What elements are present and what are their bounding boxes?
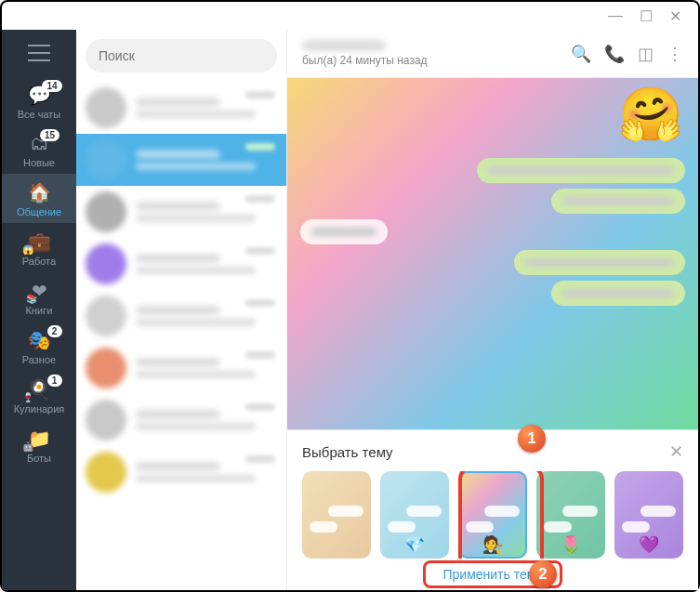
folder-label: Разное <box>22 354 56 365</box>
folder-label: Книги <box>26 305 53 316</box>
theme-card[interactable]: 🧑‍⚖️ <box>458 471 527 559</box>
folder-icon: 🏠 <box>28 181 51 204</box>
annotation-marker-2: 2 <box>529 560 557 588</box>
folder-icon: 🗂15 <box>30 133 48 154</box>
avatar <box>86 139 126 180</box>
theme-card[interactable]: 💜 <box>614 471 683 559</box>
theme-preview-bubble <box>406 506 442 517</box>
theme-preview-bubble <box>641 506 676 517</box>
theme-emoji: 💎 <box>404 534 425 555</box>
chat-list-item[interactable] <box>76 394 286 446</box>
close-icon[interactable]: ✕ <box>669 441 683 462</box>
maximize-button[interactable]: ☐ <box>640 7 653 25</box>
message-out[interactable] <box>551 189 685 214</box>
chat-list-panel <box>76 30 287 590</box>
sidebar-folder[interactable]: 💬14Все чаты <box>2 76 76 125</box>
sidebar-toggle-icon[interactable]: ◫ <box>638 44 654 64</box>
theme-preview-bubble <box>388 521 416 533</box>
folder-label: Все чаты <box>18 109 61 120</box>
theme-emoji: 💜 <box>639 534 659 555</box>
message-out[interactable] <box>551 281 685 306</box>
folder-icon: 🎭2 <box>28 329 51 351</box>
theme-preview-bubble <box>544 521 572 533</box>
theme-emoji: 🌷 <box>561 534 581 555</box>
call-icon[interactable]: 📞 <box>604 44 625 64</box>
search-icon[interactable]: 🔍 <box>571 44 591 64</box>
avatar <box>86 296 126 336</box>
chat-list-item[interactable] <box>76 134 286 186</box>
folder-label: Общение <box>17 206 61 217</box>
avatar <box>86 348 126 388</box>
sidebar-folder[interactable]: ❤📚Книги <box>2 272 76 322</box>
close-button[interactable]: ✕ <box>669 7 681 25</box>
theme-preview-bubble <box>562 506 598 517</box>
avatar <box>86 87 126 128</box>
theme-card[interactable] <box>302 471 371 559</box>
theme-preview-bubble <box>310 521 337 533</box>
folder-icon: 🍳1🍷 <box>28 378 51 401</box>
sidebar-folder[interactable]: 📁🤖Боты <box>2 420 76 469</box>
avatar <box>86 400 126 441</box>
folder-label: Новые <box>23 157 55 168</box>
chat-background: 🤗 <box>287 78 698 429</box>
chat-view: был(а) 24 минуты назад 🔍 📞 ◫ ⋮ 🤗 Выбрать… <box>287 30 698 590</box>
chat-list-item[interactable] <box>76 342 286 394</box>
folder-icon: ❤📚 <box>32 280 47 302</box>
theme-preview-bubble <box>484 506 520 517</box>
message-out[interactable] <box>514 250 685 275</box>
folder-icon: 💼😱 <box>28 230 51 253</box>
sidebar-folder[interactable]: 💼😱Работа <box>2 223 76 272</box>
theme-preview-bubble <box>466 521 494 533</box>
chat-header: был(а) 24 минуты назад 🔍 📞 ◫ ⋮ <box>287 30 698 78</box>
sidebar-folder[interactable]: 🏠Общение <box>2 174 76 223</box>
chat-list-item[interactable] <box>76 446 286 498</box>
folder-label: Боты <box>27 453 51 464</box>
avatar <box>86 191 126 232</box>
sidebar-folder[interactable]: 🗂15Новые <box>2 125 76 174</box>
search-input[interactable] <box>86 39 277 72</box>
folder-label: Работа <box>22 256 56 267</box>
theme-preview-bubble <box>328 506 363 517</box>
avatar <box>86 243 126 284</box>
chat-list-item[interactable] <box>76 238 286 290</box>
theme-emoji: 🧑‍⚖️ <box>482 534 503 555</box>
minimize-button[interactable]: — <box>608 7 623 24</box>
annotation-marker-1: 1 <box>518 425 546 453</box>
menu-burger-icon[interactable] <box>28 45 50 61</box>
window-titlebar: — ☐ ✕ <box>2 2 698 30</box>
avatar <box>86 452 126 493</box>
more-icon[interactable]: ⋮ <box>667 44 683 64</box>
message-in[interactable] <box>300 219 388 244</box>
message-out[interactable] <box>477 158 685 183</box>
chat-list-item[interactable] <box>76 186 286 238</box>
chat-peer-status: был(а) 24 минуты назад <box>302 54 558 67</box>
sidebar-folder[interactable]: 🎭2Разное <box>2 322 76 371</box>
apply-theme-button[interactable]: Применить тему <box>442 567 542 582</box>
chat-peer-name <box>302 40 386 51</box>
folder-icon: 💬14 <box>28 84 51 106</box>
chat-list-item[interactable] <box>76 290 286 342</box>
chat-list-item[interactable] <box>76 82 286 134</box>
theme-chooser-panel: Выбрать тему ✕ 💎🧑‍⚖️🌷💜 Применить тему 1 … <box>287 429 698 590</box>
theme-chooser-title: Выбрать тему <box>302 444 393 460</box>
theme-card[interactable]: 💎 <box>380 471 449 559</box>
theme-card[interactable]: 🌷 <box>536 471 605 559</box>
sidebar-folder[interactable]: 🍳1🍷Кулинария <box>2 371 76 420</box>
hug-sticker: 🤗 <box>618 84 683 145</box>
folder-label: Кулинария <box>14 403 65 414</box>
folder-icon: 📁🤖 <box>28 428 51 450</box>
theme-preview-bubble <box>622 521 650 533</box>
folder-sidebar: 💬14Все чаты🗂15Новые🏠Общение💼😱Работа❤📚Кни… <box>2 30 76 590</box>
